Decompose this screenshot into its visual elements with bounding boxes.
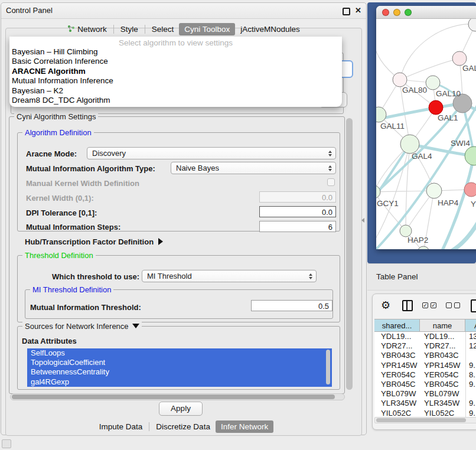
tab-infer-network[interactable]: Infer Network [216,420,273,433]
network-window-titlebar[interactable] [376,6,476,19]
settings-hscroll-thumb[interactable] [12,394,335,399]
data-attributes-label: Data Attributes [22,337,77,345]
deselect-all-columns-button[interactable] [446,302,460,308]
network-node[interactable] [400,135,419,154]
network-node[interactable] [468,19,476,31]
table-row[interactable]: YBR043CYBR043C [374,351,476,360]
settings-vscroll-thumb[interactable] [346,118,353,390]
expander-down-icon [132,324,139,328]
apply-button[interactable]: Apply [159,402,203,416]
table-cell: YER054C [420,370,465,380]
algorithm-option[interactable]: Basic Correlation Inference [9,57,342,66]
node-label: GAL1 [438,113,458,122]
node-label: GAL10 [436,89,461,98]
manual-kernel-checkbox[interactable] [327,178,335,186]
table-cell: YBL079W [374,389,420,399]
control-panel-titlebar: Control Panel ✕ [1,3,366,19]
zoom-traffic-icon[interactable] [405,9,412,16]
table-row[interactable]: YDL19...YDL19...13 [374,332,476,341]
settings-group-title: Cyni Algorithm Settings [14,112,98,121]
table-row[interactable]: YER054CYER054C8. [374,370,476,380]
dpi-tolerance-field[interactable]: 0.0 [259,206,336,217]
network-node[interactable] [429,100,443,115]
algorithm-option[interactable]: Bayesian – Hill Climbing [9,47,342,57]
attribute-item[interactable]: SelfLoops [27,348,332,358]
settings-horizontal-scrollbar[interactable] [10,393,345,400]
network-node[interactable] [426,183,442,198]
node-label: SWI4 [451,139,470,148]
network-node[interactable] [393,73,407,87]
tab-select[interactable]: Select [146,23,180,35]
minimized-panel-icon[interactable] [2,439,11,448]
table-row[interactable]: YBL079WYBL079W [374,389,476,399]
algorithm-option[interactable]: Dream8 DC_TDC Algorithm [9,96,342,105]
table-cell: 9. [465,380,476,389]
aracne-mode-select[interactable]: Discovery [87,147,336,159]
table-panel-window: ⚙ ✓ ✓ shared...nameA YDL19...YDL19...13Y… [372,294,476,430]
close-icon[interactable]: ✕ [355,6,361,15]
algorithm-dropdown-items: Bayesian – Hill ClimbingBasic Correlatio… [9,47,342,105]
settings-vertical-scrollbar[interactable] [345,117,354,392]
split-columns-icon[interactable] [402,300,413,311]
unchecked-box-icon [446,302,452,308]
tab-impute-data[interactable]: Impute Data [94,420,148,433]
control-panel-tabs: NetworkStyleSelectCyni ToolboxjActiveMNo… [1,22,366,36]
network-node[interactable] [465,146,476,165]
mi-steps-field[interactable]: 6 [259,221,336,232]
table-cell: YLR345W [420,399,465,408]
attribute-item[interactable]: BetweennessCentrality [27,367,332,377]
which-threshold-select[interactable]: MI Threshold [142,270,317,282]
algorithm-option[interactable]: Bayesian – K2 [9,86,342,96]
column-header[interactable]: name [420,319,465,331]
network-icon [67,25,75,34]
attribute-item[interactable]: TopologicalCoefficient [27,358,332,367]
minimize-traffic-icon[interactable] [393,9,400,16]
splitter-handle[interactable] [361,218,364,223]
data-attributes-list[interactable]: SelfLoopsTopologicalCoefficientBetweenne… [27,348,332,387]
float-panel-icon[interactable] [343,8,350,15]
unchecked-box-icon [454,302,460,308]
network-node[interactable] [464,182,476,197]
table-row[interactable]: YDR27...YDR27...12 [374,341,476,351]
network-edge [376,144,410,205]
table-row[interactable]: YLR345WYLR345W9. [374,399,476,408]
tab-label: Select [152,25,174,34]
close-traffic-icon[interactable] [382,9,389,16]
hub-definition-expander[interactable]: Hub/Transcription Factor Definition [25,237,163,246]
table-hscroll-thumb[interactable] [376,418,466,422]
table-cell: YDL19... [420,332,465,341]
algorithm-option[interactable]: ARACNE Algorithm [9,67,342,76]
table-cell: YBL079W [420,389,465,399]
network-node[interactable] [426,76,440,90]
column-header[interactable]: A [465,319,476,331]
select-all-columns-button[interactable]: ✓ ✓ [422,302,436,308]
sources-title[interactable]: Sources for Network Inference [22,322,142,331]
table-row[interactable]: YPR145WYPR145W9. [374,361,476,370]
tab-discretize-data[interactable]: Discretize Data [151,420,216,433]
attribute-item[interactable]: gal4RGexp [27,377,332,387]
network-canvas[interactable]: GALGAL80GAL10GAL1GAL11GAL4SWI4GCY1HAP4YH… [376,19,476,249]
gear-icon[interactable]: ⚙ [381,299,390,312]
table-options-icon[interactable] [471,299,476,312]
manual-kernel-label: Manual Kernel Width Definition [26,179,139,188]
mi-threshold-field[interactable]: 0.5 [251,300,332,311]
tab-cyni-toolbox[interactable]: Cyni Toolbox [179,23,235,35]
tab-style[interactable]: Style [115,23,144,35]
network-window[interactable]: GALGAL80GAL10GAL1GAL11GAL4SWI4GCY1HAP4YH… [376,6,476,249]
network-node[interactable] [400,225,412,237]
algorithm-definition-group: Algorithm Definition Aracne Mode: Discov… [17,132,340,231]
mi-type-select[interactable]: Naive Bayes [171,162,336,174]
algorithm-option[interactable]: Mutual Information Inference [9,76,342,86]
kernel-width-field[interactable]: 0.0 [259,191,336,203]
tab-network[interactable]: Network [62,23,112,36]
network-node[interactable] [376,185,380,198]
table-horizontal-scrollbar[interactable] [374,417,476,423]
tab-label: Infer Network [221,422,268,431]
table-cell: YER054C [374,370,420,380]
column-header[interactable]: shared... [374,319,420,331]
node-label: GAL4 [412,152,432,161]
list-scrollbar-thumb[interactable] [326,350,330,384]
checked-box-icon: ✓ [422,302,428,308]
table-row[interactable]: YBR045CYBR045C9. [374,380,476,389]
tab-jactivemnodules[interactable]: jActiveMNodules [235,23,305,35]
